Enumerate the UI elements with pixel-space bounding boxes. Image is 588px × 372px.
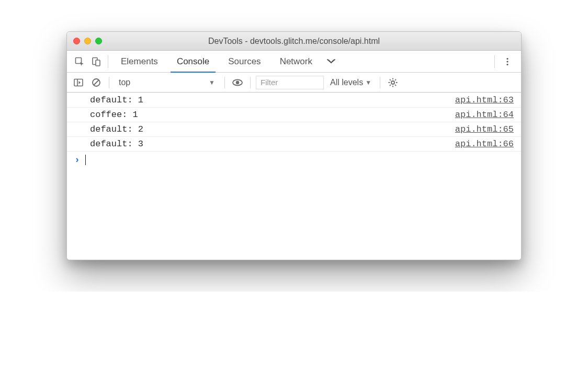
svg-point-12 xyxy=(391,81,394,84)
inspect-element-icon[interactable] xyxy=(71,51,88,72)
console-log-row: default: 1api.html:63 xyxy=(67,92,521,108)
zoom-window-button[interactable] xyxy=(95,38,102,44)
tab-network[interactable]: Network xyxy=(270,51,322,72)
log-source-link[interactable]: api.html:63 xyxy=(455,95,514,105)
console-output: default: 1api.html:63coffee: 1api.html:6… xyxy=(67,92,521,260)
more-tabs-button[interactable] xyxy=(322,51,341,72)
main-tab-bar: Elements Console Sources Network xyxy=(67,51,521,73)
tab-sources[interactable]: Sources xyxy=(219,51,270,72)
devtools-window: DevTools - devtools.glitch.me/console/ap… xyxy=(66,31,522,260)
svg-line-19 xyxy=(390,85,391,86)
log-message: coffee: 1 xyxy=(90,110,138,120)
tab-label: Console xyxy=(177,56,209,67)
separator xyxy=(224,77,225,88)
tab-elements[interactable]: Elements xyxy=(111,51,167,72)
separator xyxy=(494,55,495,68)
prompt-chevron-icon: › xyxy=(74,155,80,165)
separator xyxy=(250,77,251,88)
chevron-down-icon: ▼ xyxy=(365,79,371,86)
toggle-sidebar-icon[interactable] xyxy=(71,76,86,89)
svg-point-4 xyxy=(506,61,508,62)
chevron-down-icon: ▼ xyxy=(209,79,215,86)
svg-rect-2 xyxy=(96,60,100,66)
separator xyxy=(108,55,108,68)
traffic-lights xyxy=(73,38,102,44)
context-label: top xyxy=(119,78,130,87)
svg-point-11 xyxy=(236,80,239,84)
log-message: default: 3 xyxy=(90,139,143,149)
console-log-row: default: 2api.html:65 xyxy=(67,122,521,137)
log-level-select[interactable]: All levels ▼ xyxy=(327,78,375,87)
text-cursor xyxy=(85,155,86,165)
console-settings-icon[interactable] xyxy=(386,76,400,89)
console-toolbar: top ▼ All levels ▼ xyxy=(67,73,521,92)
settings-menu-button[interactable] xyxy=(498,51,517,72)
levels-label: All levels xyxy=(330,78,363,87)
tab-label: Network xyxy=(280,56,312,67)
svg-line-18 xyxy=(395,85,396,86)
svg-point-3 xyxy=(506,57,508,59)
log-source-link[interactable]: api.html:64 xyxy=(455,110,514,120)
clear-console-icon[interactable] xyxy=(89,76,104,89)
window-titlebar: DevTools - devtools.glitch.me/console/ap… xyxy=(67,32,521,51)
svg-rect-6 xyxy=(74,79,83,86)
minimize-window-button[interactable] xyxy=(84,38,91,44)
log-message: default: 2 xyxy=(90,124,143,134)
close-window-button[interactable] xyxy=(73,38,80,44)
svg-point-5 xyxy=(506,63,508,65)
filter-input[interactable] xyxy=(256,76,324,89)
window-title: DevTools - devtools.glitch.me/console/ap… xyxy=(67,37,521,46)
tab-console[interactable]: Console xyxy=(167,51,219,72)
svg-line-17 xyxy=(390,79,391,80)
svg-line-9 xyxy=(94,80,99,85)
separator xyxy=(380,77,380,88)
log-source-link[interactable]: api.html:66 xyxy=(455,139,514,149)
panel-tabs: Elements Console Sources Network xyxy=(111,51,322,72)
tab-label: Sources xyxy=(228,56,261,67)
svg-line-20 xyxy=(395,79,396,80)
execution-context-select[interactable]: top ▼ xyxy=(115,78,219,87)
console-prompt[interactable]: › xyxy=(67,152,521,168)
tab-label: Elements xyxy=(121,56,158,67)
device-toolbar-icon[interactable] xyxy=(88,51,105,72)
console-log-row: coffee: 1api.html:64 xyxy=(67,108,521,122)
log-source-link[interactable]: api.html:65 xyxy=(455,124,514,134)
log-message: default: 1 xyxy=(90,95,143,105)
separator xyxy=(109,77,109,88)
console-log-row: default: 3api.html:66 xyxy=(67,137,521,152)
live-expression-icon[interactable] xyxy=(230,76,245,89)
